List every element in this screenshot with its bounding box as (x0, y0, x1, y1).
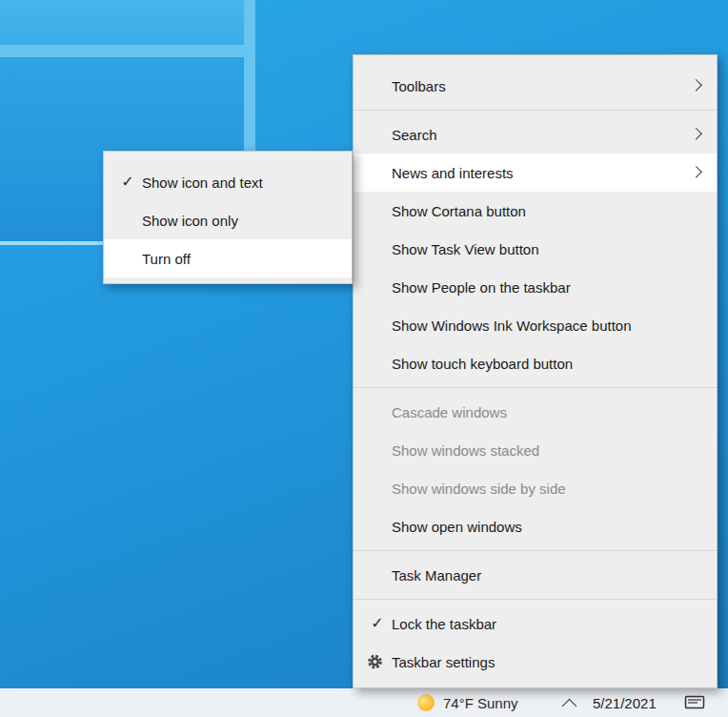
hidden-icons-chevron-icon[interactable] (562, 699, 577, 714)
menu-item-label: Lock the taskbar (392, 616, 496, 632)
menu-item-show-windows-stacked: Show windows stacked (354, 431, 717, 469)
submenu-item-show-icon-only[interactable]: Show icon only (104, 201, 352, 239)
wallpaper-pane (0, 0, 244, 45)
menu-item-show-cortana[interactable]: Show Cortana button (354, 192, 717, 230)
taskbar-context-menu: Toolbars Search News and interests Show … (353, 54, 718, 688)
news-and-interests-submenu: ✓ Show icon and text Show icon only Turn… (103, 151, 353, 284)
menu-item-show-windows-side-by-side: Show windows side by side (354, 469, 717, 507)
menu-item-cascade-windows: Cascade windows (354, 393, 717, 431)
menu-item-lock-the-taskbar[interactable]: ✓ Lock the taskbar (354, 604, 717, 643)
taskbar: 74°F Sunny 5/21/2021 (0, 688, 728, 717)
menu-item-label: Show Task View button (392, 241, 539, 257)
submenu-arrow-icon (690, 79, 702, 92)
submenu-item-show-icon-and-text[interactable]: ✓ Show icon and text (104, 163, 352, 201)
menu-item-show-ink-workspace[interactable]: Show Windows Ink Workspace button (354, 306, 717, 344)
menu-item-label: Search (392, 127, 437, 143)
menu-separator (354, 110, 717, 111)
menu-item-label: Show icon only (142, 213, 238, 229)
menu-item-show-open-windows[interactable]: Show open windows (354, 507, 717, 545)
taskbar-date[interactable]: 5/21/2021 (593, 688, 657, 717)
menu-item-task-manager[interactable]: Task Manager (354, 556, 717, 594)
menu-item-label: Show icon and text (142, 174, 263, 191)
weather-label: 74°F Sunny (443, 695, 518, 711)
menu-item-label: Show touch keyboard button (392, 356, 573, 372)
check-icon: ✓ (116, 173, 139, 191)
menu-item-label: Cascade windows (392, 404, 507, 420)
wallpaper-pane-gap (0, 45, 255, 57)
menu-item-toolbars[interactable]: Toolbars (354, 67, 717, 105)
menu-item-show-task-view[interactable]: Show Task View button (354, 230, 717, 268)
menu-item-label: Task Manager (392, 567, 481, 584)
menu-item-label: Show Windows Ink Workspace button (392, 318, 632, 334)
menu-item-label: Turn off (142, 251, 191, 267)
submenu-item-turn-off[interactable]: Turn off (104, 239, 352, 277)
menu-item-show-touch-keyboard[interactable]: Show touch keyboard button (354, 344, 717, 382)
menu-item-show-people[interactable]: Show People on the taskbar (354, 268, 717, 306)
menu-item-label: Taskbar settings (392, 654, 495, 670)
menu-separator (354, 387, 717, 388)
weather-widget[interactable]: 74°F Sunny (417, 688, 518, 717)
menu-item-label: Toolbars (392, 78, 446, 94)
menu-separator (354, 550, 717, 551)
menu-item-label: Show windows stacked (392, 442, 539, 459)
menu-item-news-and-interests[interactable]: News and interests (354, 154, 717, 192)
menu-item-label: Show Cortana button (392, 203, 526, 219)
menu-item-label: Show People on the taskbar (392, 279, 571, 296)
menu-item-label: Show open windows (392, 519, 522, 535)
sun-icon (417, 694, 435, 711)
menu-separator (354, 599, 717, 600)
menu-item-search[interactable]: Search (354, 115, 717, 154)
menu-item-label: News and interests (392, 165, 514, 181)
submenu-arrow-icon (690, 128, 702, 140)
gear-icon (367, 654, 383, 670)
check-icon: ✓ (366, 614, 389, 632)
submenu-arrow-icon (690, 166, 702, 178)
tray-icon[interactable] (684, 693, 705, 712)
menu-item-taskbar-settings[interactable]: Taskbar settings (354, 643, 717, 681)
menu-item-label: Show windows side by side (392, 481, 566, 497)
